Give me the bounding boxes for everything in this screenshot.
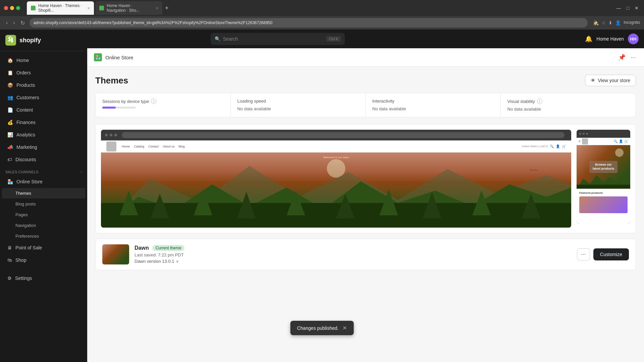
theme-preview-container: Home Catalog Contact About us Blog Unite…: [95, 124, 636, 233]
mobile-hero: Browse ourlatest products: [577, 145, 630, 189]
theme-name-row: Dawn Current theme: [135, 245, 572, 251]
version-chevron: ∨: [176, 259, 179, 264]
forward-button[interactable]: ›: [11, 19, 17, 27]
sidebar-item-finances[interactable]: 💰 Finances: [2, 116, 85, 128]
content-header: 🏪 Online Store 📌 ···: [87, 48, 644, 67]
search-shortcut: Ctrl K: [326, 36, 341, 42]
browser-chrome: Home Haven · Themes · Shopifi... ✕ Home …: [0, 0, 644, 16]
mobile-hero-text: Browse ourlatest products: [589, 161, 618, 173]
notification-icon[interactable]: 🔔: [585, 35, 592, 43]
more-options-button[interactable]: ···: [630, 52, 637, 62]
sidebar-item-pages-label: Pages: [15, 212, 28, 217]
sidebar-item-home[interactable]: 🏠 Home: [2, 54, 85, 66]
tab-close-2[interactable]: ✕: [156, 6, 158, 10]
nav-buttons: ‹ › ↻: [4, 19, 27, 27]
sidebar-item-products-label: Products: [16, 82, 35, 88]
avatar[interactable]: HH: [628, 34, 639, 44]
preview-mountains-svg: [101, 154, 571, 228]
customize-button[interactable]: Customize: [593, 248, 629, 260]
preview-browser-bar: [101, 130, 571, 140]
sessions-info-icon[interactable]: i: [151, 99, 156, 104]
mobile-dot-1: [579, 133, 581, 135]
win-minimize-icon[interactable]: —: [615, 5, 623, 11]
bookmark-icon[interactable]: ☆: [601, 20, 606, 25]
svg-rect-3: [101, 203, 571, 228]
analytics-icon: 📊: [7, 132, 13, 137]
mobile-bar: [577, 130, 630, 138]
sidebar-item-online-store[interactable]: 🏪 Online Store: [2, 176, 85, 188]
view-store-icon: 👁: [591, 78, 595, 83]
sidebar-item-settings[interactable]: ⚙ Settings: [2, 272, 85, 284]
mobile-product-image: [579, 196, 628, 213]
sales-channels-label: Sales channels: [5, 170, 38, 174]
stat-loading-value: No data available: [237, 106, 359, 111]
sidebar-item-marketing[interactable]: 📣 Marketing: [2, 141, 85, 153]
sidebar-item-orders[interactable]: 📋 Orders: [2, 67, 85, 79]
tab-favicon-2: [99, 6, 104, 10]
logo-text: shopify: [19, 37, 41, 44]
back-button[interactable]: ‹: [4, 19, 10, 27]
marketing-icon: 📣: [7, 144, 13, 150]
finances-icon: 💰: [7, 120, 13, 125]
mobile-preview: ≡ 🔍 👤 🛒: [577, 130, 630, 228]
win-close-icon[interactable]: ✕: [633, 5, 640, 11]
preview-dot-2: [110, 134, 112, 136]
minimize-btn[interactable]: [10, 6, 14, 10]
sidebar-item-settings-label: Settings: [15, 276, 32, 281]
tab-title-1: Home Haven · Themes · Shopifi...: [38, 3, 83, 13]
sidebar-item-content[interactable]: 📄 Content: [2, 104, 85, 116]
address-bar-icons: 🕵 ☆ ⬇ 👤 Incognito: [593, 20, 640, 25]
sidebar-item-content-label: Content: [16, 107, 33, 113]
tab-title-2: Home Haven · Navigation · Sho...: [107, 3, 152, 13]
right-wrapper: 🔍 Search Ctrl K 🔔 Home Haven HH 🏪 Online…: [87, 29, 644, 362]
topbar-right: 🔔 Home Haven HH: [585, 34, 639, 44]
sidebar-item-products[interactable]: 📦 Products: [2, 79, 85, 91]
stat-interactivity-label: Interactivity: [372, 99, 494, 104]
stat-interactivity-value: No data available: [372, 106, 494, 111]
stat-sessions-bar: [102, 107, 136, 109]
browser-tab-2[interactable]: Home Haven · Navigation · Sho... ✕: [95, 1, 162, 15]
url-input[interactable]: admin.shopify.com/store/de8143-a6/themes…: [30, 18, 588, 27]
maximize-btn[interactable]: [16, 6, 20, 10]
view-store-button[interactable]: 👁 View your store: [585, 75, 636, 86]
toast: Changes published. ✕: [290, 321, 354, 335]
sidebar-item-themes-label: Themes: [15, 191, 31, 196]
theme-actions: ··· Customize: [577, 248, 629, 260]
sidebar-item-customers[interactable]: 👥 Customers: [2, 92, 85, 104]
pin-button[interactable]: 📌: [617, 52, 627, 62]
sidebar-item-customers-label: Customers: [16, 95, 39, 100]
products-icon: 📦: [7, 82, 13, 88]
view-store-label: View your store: [598, 78, 630, 83]
expand-icon: ›: [80, 170, 82, 174]
sidebar-item-discounts[interactable]: 🏷 Discounts: [2, 154, 85, 166]
stat-sessions-bar-fill: [102, 107, 116, 109]
sidebar-item-blog-posts[interactable]: Blog posts: [2, 199, 85, 209]
theme-version: Dawn version 13.0.1 ∨: [135, 259, 572, 264]
desktop-preview: Home Catalog Contact About us Blog Unite…: [101, 130, 571, 228]
search-bar[interactable]: 🔍 Search Ctrl K: [211, 33, 345, 45]
toast-close-button[interactable]: ✕: [342, 325, 347, 331]
close-btn[interactable]: [4, 6, 8, 10]
current-theme-badge: Current theme: [152, 245, 185, 251]
theme-more-button[interactable]: ···: [577, 248, 590, 260]
sidebar-item-navigation[interactable]: Navigation: [2, 220, 85, 231]
sidebar-item-pos[interactable]: 🖥 Point of Sale: [2, 242, 85, 254]
preview-content: Home Catalog Contact About us Blog Unite…: [101, 140, 571, 228]
download-icon[interactable]: ⬇: [608, 20, 612, 25]
sidebar-item-pages[interactable]: Pages: [2, 209, 85, 220]
sidebar-item-preferences[interactable]: Preferences: [2, 231, 85, 241]
reload-button[interactable]: ↻: [18, 19, 27, 27]
win-restore-icon[interactable]: □: [625, 5, 631, 11]
visual-info-icon[interactable]: i: [537, 99, 542, 104]
browser-tab-1[interactable]: Home Haven · Themes · Shopifi... ✕: [27, 1, 94, 15]
sidebar-item-shop[interactable]: 🛍 Shop: [2, 254, 85, 266]
tab-close-1[interactable]: ✕: [87, 6, 90, 10]
main-content: 🏪 Online Store 📌 ··· Themes 👁 View your …: [87, 48, 644, 362]
sidebar-item-analytics[interactable]: 📊 Analytics: [2, 129, 85, 141]
page-title: Themes: [95, 75, 128, 86]
new-tab-button[interactable]: +: [164, 1, 170, 15]
profile-icon[interactable]: 👤: [615, 20, 621, 25]
sidebar-item-themes[interactable]: Themes: [2, 188, 85, 198]
preview-hero: Welcome to our store 〜〜: [101, 153, 571, 228]
sales-channels-header[interactable]: Sales channels ›: [0, 166, 87, 175]
